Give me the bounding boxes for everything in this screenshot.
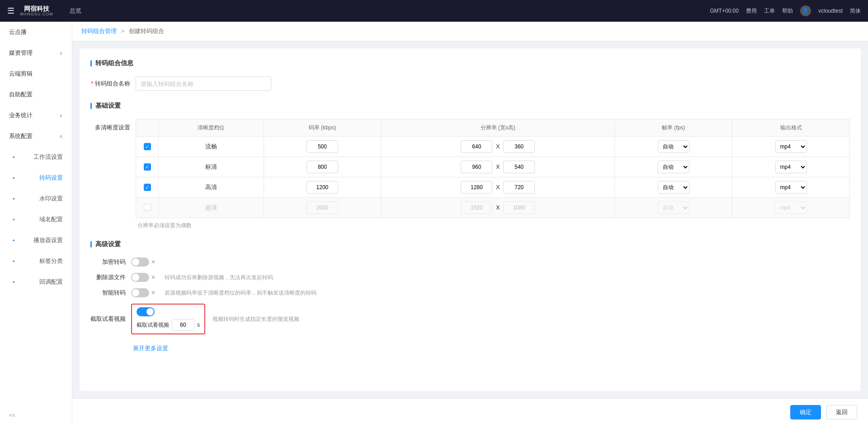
toggle-knob: [132, 289, 139, 296]
bitrate-row0[interactable]: [307, 140, 338, 153]
smart-description: 若源视频码率低于清晰度档位的码率，则不触发该清晰度的转码: [165, 289, 316, 297]
username[interactable]: vcloudtest: [818, 8, 843, 14]
toggle-label-encrypt: 加密转码: [90, 258, 131, 266]
order-link[interactable]: 工单: [764, 7, 775, 15]
sidebar-item-player[interactable]: 播放器设置: [0, 230, 72, 251]
height-row1[interactable]: [503, 161, 535, 173]
bitrate-row2[interactable]: [307, 181, 338, 194]
user-avatar[interactable]: 👤: [800, 5, 811, 16]
section-title-advanced: 高级设置: [90, 240, 850, 248]
trial-duration-input[interactable]: [172, 319, 194, 331]
nav-item-overview[interactable]: 总览: [62, 0, 89, 22]
sidebar-item-transcode[interactable]: 转码设置: [0, 167, 72, 188]
menu-icon[interactable]: ☰: [7, 6, 14, 16]
resolution-section: 多清晰度设置 清晰度档位 码率 (kbps) 分辨率 (宽x高) 帧率 (fps…: [90, 119, 850, 229]
format-row2[interactable]: mp4tsflv: [775, 181, 807, 194]
sidebar-item-tags[interactable]: 标签分类: [0, 251, 72, 272]
simplify-link[interactable]: 简体: [850, 7, 861, 15]
toggle-switch-encrypt[interactable]: [131, 257, 149, 267]
table-row: 高清 X 自动24253060: [136, 177, 850, 198]
label-row1: 标清: [159, 157, 264, 177]
toggle-close-delete[interactable]: ✕: [151, 274, 156, 281]
sidebar-item-workflow[interactable]: 工作流设置: [0, 147, 72, 167]
toggle-close-smart[interactable]: ✕: [151, 290, 156, 296]
checkbox-row1[interactable]: [144, 163, 151, 171]
fps-row0[interactable]: 自动24253060: [658, 140, 689, 153]
sidebar-item-domain[interactable]: 域名配置: [0, 209, 72, 230]
format-row1[interactable]: mp4tsflv: [775, 161, 807, 173]
toggle-switch-delete[interactable]: [131, 273, 149, 282]
sidebar-item-media[interactable]: 媒资管理 ∨: [0, 43, 72, 63]
width-row1[interactable]: [461, 161, 492, 173]
height-row3: [503, 201, 535, 214]
breadcrumb-parent[interactable]: 转码组合管理: [81, 28, 117, 34]
height-row0[interactable]: [503, 140, 535, 153]
breadcrumb-current: 创建转码组合: [129, 28, 164, 34]
label-row3: 超清: [159, 198, 264, 218]
table-row: 超清 X 自动: [136, 198, 850, 218]
breadcrumb: 转码组合管理 > 创建转码组合: [72, 22, 868, 41]
confirm-button[interactable]: 确定: [790, 405, 821, 419]
format-row0[interactable]: mp4tsflv: [775, 140, 807, 153]
toggle-row-smart: 智能转码 ✕ 若源视频码率低于清晰度档位的码率，则不触发该清晰度的转码: [90, 288, 850, 297]
toggle-label-delete: 删除源文件: [90, 273, 131, 281]
col-header-resolution: 分辨率 (宽x高): [381, 119, 615, 137]
resolution-hint: 分辨率必须设置为偶数: [137, 222, 850, 229]
timezone: GMT+00:00: [710, 8, 739, 14]
sidebar-item-editor[interactable]: 云端剪辑: [0, 63, 72, 84]
section-title-basic: 基础设置: [90, 102, 850, 110]
top-nav: ☰ 网宿科技 WANGSU.COM 总览 GMT+00:00 费用 工单 帮助 …: [0, 0, 868, 22]
sidebar-collapse-btn[interactable]: <<: [0, 407, 72, 424]
toggle-row-encrypt: 加密转码 ✕: [90, 257, 850, 267]
sidebar-item-watermark[interactable]: 水印设置: [0, 188, 72, 209]
toggle-row-trial: 截取试看视频 截取试看视频 s 视频转码时生成指定长度的预览视频: [90, 304, 850, 334]
logo-text: 网宿科技: [24, 5, 49, 12]
bitrate-row1[interactable]: [307, 161, 338, 173]
sidebar-item-callback[interactable]: 回调配置: [0, 272, 72, 292]
resolution-table-col: 清晰度档位 码率 (kbps) 分辨率 (宽x高) 帧率 (fps) 输出格式: [136, 119, 850, 229]
delete-description: 转码成功后将删除源视频，无法再次发起转码: [165, 274, 273, 281]
sidebar-item-sysconfig[interactable]: 系统配置 ∧: [0, 126, 72, 147]
sidebar-item-stats[interactable]: 业务统计 ∨: [0, 105, 72, 126]
checkbox-row2[interactable]: [144, 184, 151, 191]
x-sep: X: [496, 143, 500, 150]
expand-btn[interactable]: 展开更多设置: [133, 344, 168, 353]
toggle-switch-smart[interactable]: [131, 288, 149, 297]
chevron-down-icon: ∨: [59, 113, 63, 119]
format-row3: mp4: [775, 201, 807, 214]
main-layout: 云点播 媒资管理 ∨ 云端剪辑 自助配置 业务统计 ∨ 系统配置 ∧ 工作流设置…: [0, 22, 868, 424]
name-input[interactable]: [136, 76, 271, 91]
form-footer: 确定 返回: [72, 398, 868, 424]
fps-row1[interactable]: 自动24253060: [658, 161, 689, 173]
toggle-close-encrypt[interactable]: ✕: [151, 259, 156, 265]
form-container: 转码组合信息 转码组合名称 基础设置 多清晰度设置 清晰度档: [80, 48, 861, 391]
top-right-info: GMT+00:00 费用 工单 帮助 👤 vcloudtest 简体: [710, 5, 861, 16]
col-header-fps: 帧率 (fps): [615, 119, 732, 137]
help-link[interactable]: 帮助: [782, 7, 793, 15]
breadcrumb-sep: >: [121, 28, 125, 34]
chevron-up-icon: ∧: [59, 133, 63, 139]
col-header-level: 清晰度档位: [159, 119, 264, 137]
sidebar-item-vod[interactable]: 云点播: [0, 22, 72, 43]
fee-link[interactable]: 费用: [746, 7, 757, 15]
logo-sub: WANGSU.COM: [20, 12, 53, 16]
width-row3: [461, 201, 492, 214]
checkbox-row3[interactable]: [144, 204, 151, 211]
height-row2[interactable]: [503, 181, 535, 194]
cancel-button[interactable]: 返回: [826, 405, 857, 419]
sidebar-item-selfconfig[interactable]: 自助配置: [0, 84, 72, 105]
section-title-info: 转码组合信息: [90, 59, 850, 67]
checkbox-row0[interactable]: [144, 143, 151, 150]
width-row0[interactable]: [461, 140, 492, 153]
col-header-check: [136, 119, 159, 137]
trial-duration-row: 截取试看视频 s: [137, 319, 200, 331]
toggle-row-delete: 删除源文件 ✕ 转码成功后将删除源视频，无法再次发起转码: [90, 273, 850, 282]
toggle-switch-trial[interactable]: [137, 307, 155, 316]
table-row: 流畅 X 自动24253060: [136, 137, 850, 157]
width-row2[interactable]: [461, 181, 492, 194]
fps-row2[interactable]: 自动24253060: [658, 181, 689, 194]
x-sep: X: [496, 204, 500, 211]
trial-highlight-box: 截取试看视频 s: [131, 304, 205, 334]
x-sep: X: [496, 184, 500, 191]
name-label: 转码组合名称: [90, 80, 136, 88]
